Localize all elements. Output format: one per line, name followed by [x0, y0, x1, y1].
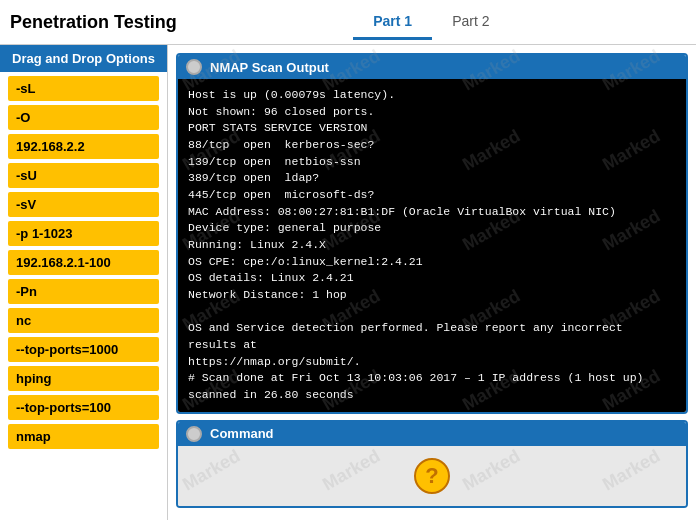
nmap-panel-header: NMAP Scan Output — [178, 55, 686, 79]
sidebar-btn--sU[interactable]: -sU — [8, 163, 159, 188]
command-panel-title: Command — [210, 426, 274, 441]
sidebar-btn--Pn[interactable]: -Pn — [8, 279, 159, 304]
nmap-panel-title: NMAP Scan Output — [210, 60, 329, 75]
sidebar-btn--O[interactable]: -O — [8, 105, 159, 130]
nmap-output: Host is up (0.00079s latency). Not shown… — [178, 79, 686, 412]
command-drop-zone[interactable]: ? — [178, 446, 686, 506]
main-layout: Drag and Drop Options -sL-O192.168.2.2-s… — [0, 45, 696, 520]
app-title: Penetration Testing — [10, 12, 177, 33]
tab-bar: Part 1 Part 2 — [177, 5, 686, 40]
question-icon: ? — [414, 458, 450, 494]
sidebar-btn--sV[interactable]: -sV — [8, 192, 159, 217]
tab-part2[interactable]: Part 2 — [432, 5, 509, 40]
sidebar-btn-hping[interactable]: hping — [8, 366, 159, 391]
sidebar-btn--p-1-1023[interactable]: -p 1-1023 — [8, 221, 159, 246]
tab-part1[interactable]: Part 1 — [353, 5, 432, 40]
sidebar-buttons: -sL-O192.168.2.2-sU-sV-p 1-1023192.168.2… — [0, 76, 167, 449]
sidebar: Drag and Drop Options -sL-O192.168.2.2-s… — [0, 45, 168, 520]
sidebar-btn-nc[interactable]: nc — [8, 308, 159, 333]
command-panel: Command ? — [176, 420, 688, 508]
sidebar-header: Drag and Drop Options — [0, 45, 167, 72]
sidebar-btn---top-ports-100[interactable]: --top-ports=100 — [8, 395, 159, 420]
sidebar-btn-nmap[interactable]: nmap — [8, 424, 159, 449]
sidebar-btn-192-168-2-2[interactable]: 192.168.2.2 — [8, 134, 159, 159]
app-header: Penetration Testing Part 1 Part 2 — [0, 0, 696, 45]
sidebar-btn-192-168-2-1-100[interactable]: 192.168.2.1-100 — [8, 250, 159, 275]
nmap-panel-icon — [186, 59, 202, 75]
command-panel-header: Command — [178, 422, 686, 446]
content-area: NMAP Scan Output Host is up (0.00079s la… — [168, 45, 696, 520]
nmap-panel: NMAP Scan Output Host is up (0.00079s la… — [176, 53, 688, 414]
command-panel-icon — [186, 426, 202, 442]
sidebar-btn---top-ports-1000[interactable]: --top-ports=1000 — [8, 337, 159, 362]
sidebar-btn--sL[interactable]: -sL — [8, 76, 159, 101]
